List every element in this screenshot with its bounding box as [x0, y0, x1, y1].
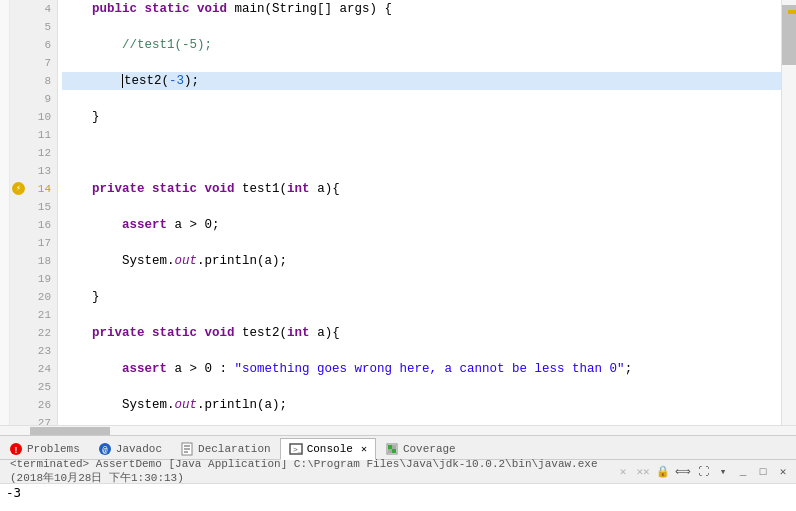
line-number: 13: [10, 162, 57, 180]
left-margin: [0, 0, 10, 425]
code-line: [62, 126, 781, 144]
console-area: <terminated> AssertDemo [Java Applicatio…: [0, 459, 796, 511]
console-maximize-button[interactable]: □: [754, 463, 772, 481]
coverage-tab-label: Coverage: [403, 443, 456, 455]
declaration-tab-label: Declaration: [198, 443, 271, 455]
console-tab-icon: >_: [289, 442, 303, 456]
h-scrollbar-thumb[interactable]: [30, 427, 110, 435]
console-expand-button[interactable]: ⛶: [694, 463, 712, 481]
code-line: [62, 144, 781, 162]
code-line: System.out.println(a);: [62, 252, 781, 270]
warning-icon: ⚡: [12, 182, 25, 195]
line-number: 11: [10, 126, 57, 144]
coverage-tab-icon: [385, 442, 399, 456]
code-line: [62, 306, 781, 324]
declaration-tab-icon: [180, 442, 194, 456]
javadoc-tab-icon: @: [98, 442, 112, 456]
svg-text:@: @: [102, 446, 108, 456]
code-line: assert a > 0;: [62, 216, 781, 234]
code-line: }: [62, 288, 781, 306]
line-number: 16: [10, 216, 57, 234]
code-line: [62, 18, 781, 36]
line-number: 4: [10, 0, 57, 18]
code-line: [62, 378, 781, 396]
line-number: 20: [10, 288, 57, 306]
line-number: 17: [10, 234, 57, 252]
line-number: 21: [10, 306, 57, 324]
line-number: 8: [10, 72, 57, 90]
console-toolbar: <terminated> AssertDemo [Java Applicatio…: [0, 460, 796, 484]
problems-tab-label: Problems: [27, 443, 80, 455]
code-line: //test1(-5);: [62, 36, 781, 54]
line-number: 5: [10, 18, 57, 36]
line-number: 23: [10, 342, 57, 360]
tab-close-icon[interactable]: ✕: [361, 443, 367, 455]
line-number: 9: [10, 90, 57, 108]
console-output: -3: [0, 484, 796, 501]
line-number: 12: [10, 144, 57, 162]
svg-text:>_: >_: [293, 445, 303, 454]
console-terminated-info: <terminated> AssertDemo [Java Applicatio…: [4, 456, 614, 487]
code-content[interactable]: public static void main(String[] args) {…: [58, 0, 781, 425]
line-number: 22: [10, 324, 57, 342]
line-number: 6: [10, 36, 57, 54]
line-number: 19: [10, 270, 57, 288]
console-scroll-lock-button[interactable]: 🔒: [654, 463, 672, 481]
warning-annotation: [788, 10, 796, 14]
code-line: private static void test2(int a){: [62, 324, 781, 342]
code-line: test2(-3);: [62, 72, 781, 90]
svg-text:!: !: [13, 446, 18, 456]
line-number: 24: [10, 360, 57, 378]
svg-rect-14: [392, 449, 396, 453]
line-number: 7: [10, 54, 57, 72]
console-buttons: ✕ ✕✕ 🔒 ⟺ ⛶ ▾ _ □ ✕: [614, 463, 792, 481]
code-line: [62, 198, 781, 216]
horizontal-scrollbar[interactable]: [0, 425, 796, 435]
console-tab-label: Console: [307, 443, 353, 455]
scrollbar-thumb[interactable]: [782, 5, 796, 65]
svg-rect-12: [392, 445, 396, 449]
console-word-wrap-button[interactable]: ⟺: [674, 463, 692, 481]
code-line: System.out.println(a);: [62, 396, 781, 414]
tab-console[interactable]: >_Console✕: [280, 438, 376, 460]
code-line: [62, 270, 781, 288]
line-numbers: 45678910111213⚡1415161718192021222324252…: [10, 0, 58, 425]
code-line: [62, 414, 781, 425]
clear-terminated-button[interactable]: ✕: [614, 463, 632, 481]
code-line: [62, 342, 781, 360]
code-line: }: [62, 108, 781, 126]
line-number: 18: [10, 252, 57, 270]
console-view-menu-button[interactable]: ▾: [714, 463, 732, 481]
line-number: 10: [10, 108, 57, 126]
remove-all-terminated-button[interactable]: ✕✕: [634, 463, 652, 481]
line-number: 26: [10, 396, 57, 414]
code-line: assert a > 0 : "something goes wrong her…: [62, 360, 781, 378]
code-line: [62, 162, 781, 180]
javadoc-tab-label: Javadoc: [116, 443, 162, 455]
line-number: 15: [10, 198, 57, 216]
line-number: ⚡14: [10, 180, 57, 198]
code-line: [62, 54, 781, 72]
line-number: 27: [10, 414, 57, 425]
svg-rect-13: [388, 449, 392, 453]
svg-rect-11: [388, 445, 392, 449]
problems-tab-icon: !: [9, 442, 23, 456]
code-editor: 45678910111213⚡1415161718192021222324252…: [0, 0, 796, 425]
vertical-scrollbar[interactable]: [781, 0, 796, 425]
console-minimize-button[interactable]: _: [734, 463, 752, 481]
code-line: [62, 234, 781, 252]
code-line: private static void test1(int a){: [62, 180, 781, 198]
code-line: public static void main(String[] args) {: [62, 0, 781, 18]
console-close-button[interactable]: ✕: [774, 463, 792, 481]
code-line: [62, 90, 781, 108]
line-number: 25: [10, 378, 57, 396]
